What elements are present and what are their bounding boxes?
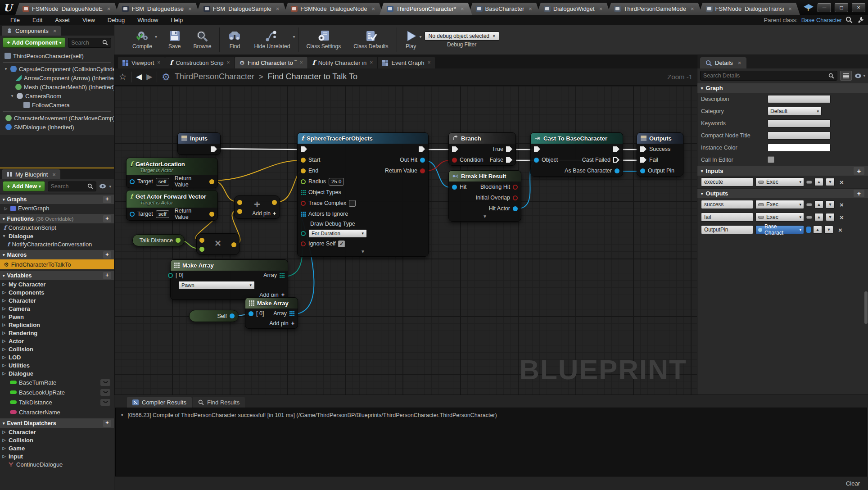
end-pin[interactable] [301, 168, 306, 173]
move-up-button[interactable]: ▲ [813, 226, 822, 234]
node-inputs[interactable]: Inputs [177, 132, 221, 155]
add-function-button[interactable]: + [103, 215, 111, 222]
add-pin-label[interactable]: Add pin [252, 210, 271, 217]
variable-category-row[interactable]: ▷Camera [0, 304, 114, 313]
array-type-dropdown[interactable]: Pawn▾ [178, 281, 255, 290]
object-pin[interactable] [534, 158, 539, 163]
component-row[interactable]: ▾CameraBoom [0, 91, 114, 100]
chevron-down-icon[interactable]: ▾ [420, 34, 422, 39]
find-results-tab[interactable]: Find Results [193, 397, 245, 408]
asset-tab[interactable]: FSM_DialogueBase× [115, 3, 199, 15]
dispatcher-row[interactable]: ContinueDialogue [0, 460, 114, 469]
object-pin-icon[interactable] [806, 227, 811, 233]
remove-pin-button[interactable]: × [840, 213, 844, 221]
object-types-pin[interactable] [301, 190, 306, 195]
menu-edit[interactable]: Edit [27, 17, 48, 23]
node-sphere-trace-for-objects[interactable]: fSphereTraceForObjects StartOut Hit EndR… [297, 132, 429, 257]
save-button[interactable]: Save [162, 25, 187, 54]
exec-in-pin[interactable] [534, 146, 540, 152]
variable-row[interactable]: BaseTurnRate [0, 377, 114, 387]
component-row[interactable]: ArrowComponent (Arrow) (Inherited) [0, 73, 114, 82]
property-matrix-button[interactable] [840, 71, 852, 81]
tab-notify-character[interactable]: fNotify Character in× [308, 57, 378, 68]
target-pin[interactable] [130, 179, 135, 184]
event-graph-row[interactable]: ▷EventGraph [0, 204, 114, 213]
back-arrow-icon[interactable]: ◀ [136, 72, 142, 82]
my-blueprint-panel-tab[interactable]: My Blueprint × [2, 169, 60, 179]
remove-pin-button[interactable]: × [840, 178, 844, 186]
add-out-pin[interactable] [272, 200, 277, 205]
menu-window[interactable]: Window [131, 17, 164, 23]
pin-name-field[interactable]: execute [701, 177, 753, 186]
node-make-array-pawn[interactable]: Make Array [ 0]Array Pawn▾ Add pin+ [170, 259, 288, 300]
false-exec-pin[interactable] [506, 157, 512, 163]
node-break-hit-result[interactable]: Break Hit Result HitBlocking Hit Initial… [448, 170, 521, 222]
expander-icon[interactable]: ▷ [2, 322, 6, 327]
array-element-pin[interactable] [249, 311, 253, 316]
close-window-button[interactable]: × [852, 3, 865, 12]
play-button[interactable]: Play [399, 25, 423, 54]
expander-icon[interactable]: ▾ [4, 67, 8, 71]
expander-icon[interactable]: ▷ [2, 438, 6, 442]
macro-row-selected[interactable]: ⚙FindCharacterToTalkTo [0, 259, 114, 269]
close-icon[interactable]: × [371, 5, 375, 12]
condition-pin[interactable] [452, 158, 457, 163]
wrench-icon[interactable] [857, 16, 864, 23]
details-search-input[interactable] [703, 73, 827, 79]
asset-tab[interactable]: FSMNode_DialogueNodeE× [15, 3, 118, 15]
variable-category-row[interactable]: ▷Collision [0, 345, 114, 353]
variable-category-row[interactable]: ▷Components [0, 288, 114, 296]
expander-icon[interactable]: ▷ [2, 363, 6, 368]
start-pin[interactable] [301, 158, 306, 163]
breadcrumb-current[interactable]: Find Character to Talk To [267, 72, 357, 82]
variable-category-row[interactable]: ▷Actor [0, 337, 114, 345]
node-self[interactable]: Self [189, 310, 239, 322]
pin-name-field[interactable]: OutputPin [701, 225, 753, 234]
pass-by-ref-icon[interactable] [806, 216, 812, 219]
close-icon[interactable]: × [370, 59, 373, 66]
node-get-actor-forward-vector[interactable]: fGet Actor Forward VectorTarget is Actor… [126, 190, 218, 221]
move-up-button[interactable]: ▲ [814, 178, 823, 186]
instance-color-swatch[interactable] [768, 144, 831, 152]
target-value[interactable]: self [156, 178, 169, 186]
close-icon[interactable]: × [788, 5, 792, 12]
pin-type-dropdown[interactable]: Base Charact▾ [755, 225, 804, 234]
expander-icon[interactable]: ▷ [4, 206, 8, 211]
macros-section-header[interactable]: ▾Macros+ [0, 250, 114, 259]
close-icon[interactable]: × [300, 59, 303, 66]
my-blueprint-search[interactable] [48, 181, 97, 191]
parent-class-link[interactable]: Base Character [801, 17, 842, 23]
functions-section-header[interactable]: ▾Functions(36 Overridable)+ [0, 214, 114, 223]
multiply-out-pin[interactable] [231, 242, 236, 247]
remove-pin-button[interactable]: × [840, 201, 844, 209]
tab-construction-script[interactable]: fConstruction Scrip× [165, 57, 234, 68]
expander-icon[interactable]: ▷ [2, 454, 6, 458]
node-cast-to-basecharacter[interactable]: Cast To BaseCharacter ObjectCast Failed … [530, 132, 623, 177]
pin-type-dropdown[interactable]: Exec▾ [755, 177, 804, 186]
chevron-down-icon[interactable]: ▾ [109, 184, 111, 189]
array-element-pin[interactable] [168, 273, 173, 278]
menu-file[interactable]: File [5, 17, 26, 23]
asset-tab[interactable]: FSM_DialogueSample× [196, 3, 288, 15]
draw-debug-dropdown[interactable]: For Duration▾ [308, 229, 367, 238]
expander-icon[interactable]: ▷ [2, 430, 6, 434]
tutorial-gradcap-icon[interactable] [803, 4, 814, 12]
trace-complex-checkbox[interactable] [349, 200, 356, 207]
browse-button[interactable]: Browse [187, 25, 217, 54]
close-icon[interactable]: × [599, 5, 603, 12]
move-down-button[interactable]: ▼ [826, 200, 835, 209]
chevron-down-icon[interactable]: ▾ [155, 34, 157, 39]
tab-viewport[interactable]: Viewport× [118, 57, 165, 68]
details-scrollbar[interactable] [864, 291, 868, 324]
menu-debug[interactable]: Debug [102, 17, 131, 23]
initial-overlap-pin[interactable] [513, 195, 518, 200]
remove-pin-button[interactable]: × [838, 226, 842, 234]
cast-failed-exec-pin[interactable] [613, 157, 619, 163]
dispatcher-category-row[interactable]: ▷Character [0, 428, 114, 436]
array-out-pin[interactable] [289, 311, 294, 316]
keywords-field[interactable] [768, 119, 831, 127]
move-down-button[interactable]: ▼ [826, 213, 835, 221]
add-pin-label[interactable]: Add pin [269, 320, 288, 327]
variable-category-row[interactable]: ▷Utilities [0, 361, 114, 369]
component-row[interactable]: ▾CapsuleComponent (CollisionCylinder) [0, 64, 114, 73]
